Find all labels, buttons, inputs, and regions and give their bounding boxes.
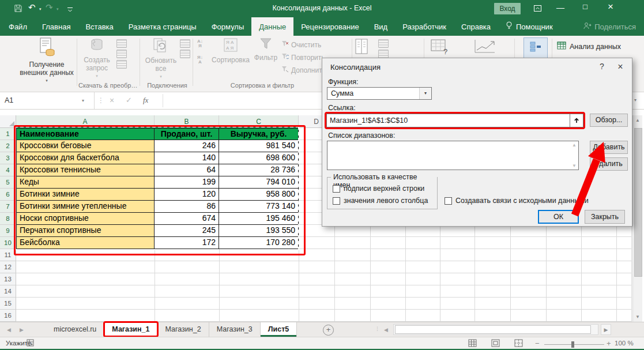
sheet-tab-5[interactable]: Лист5 [261,322,297,337]
what-if-analysis-icon[interactable]: ? [430,39,450,57]
row-header-12[interactable]: 12 [0,261,16,273]
cell-B4[interactable]: 64 [155,164,219,176]
normal-view-icon[interactable] [468,339,477,348]
page-break-view-icon[interactable] [514,339,523,348]
column-header-A[interactable]: A [16,115,155,128]
sheet-tab-2[interactable]: Магазин_1 [104,322,157,337]
expand-formula-bar-icon[interactable]: ▾ [634,97,637,103]
cell-B8[interactable]: 674 [155,213,219,225]
cell-B6[interactable]: 120 [155,189,219,201]
ribbon-tab-3[interactable]: Вставка [78,17,120,36]
hscroll-left-icon[interactable]: ◀ [384,327,388,333]
name-box-caret-icon[interactable]: ▾ [82,98,84,103]
row-header-10[interactable]: 10 [0,237,16,249]
cell-B3[interactable]: 140 [155,152,219,164]
cell-C9[interactable]: 193 550 [219,225,299,237]
range-listbox[interactable]: ▲ ▼ [327,141,579,170]
dialog-help-icon[interactable]: ? [595,62,609,71]
zoom-level[interactable]: 100 % [615,340,634,347]
checkbox-icon[interactable] [333,185,340,193]
row-header-15[interactable]: 15 [0,298,16,310]
cell-A2[interactable]: Кроссовки беговые [16,140,155,152]
ribbon-tab-9[interactable]: Разработчик [395,17,454,36]
sheet-tab-1[interactable]: microexcel.ru [46,322,104,337]
get-external-data-button[interactable]: Получение внешних данных ▾ [17,37,76,85]
data-analysis-button[interactable]: Анализ данных [557,42,621,51]
cell-A9[interactable]: Перчатки спортивные [16,225,155,237]
horizontal-scrollbar[interactable] [393,324,598,335]
cell-C5[interactable]: 794 010 [219,176,299,189]
ribbon-tab-1[interactable]: Файл [1,17,35,36]
cell-B5[interactable]: 199 [155,176,219,189]
zoom-slider-track[interactable] [544,344,604,345]
cell-C2[interactable]: 981 540 [219,140,299,152]
name-box[interactable]: A1 ▾ [0,92,95,109]
row-header-9[interactable]: 9 [0,225,16,237]
share-button[interactable]: Поделиться [583,17,636,36]
row-header-1[interactable]: 1 [0,128,16,140]
browse-button[interactable]: Обзор... [590,114,628,127]
cell-B2[interactable]: 246 [155,140,219,152]
function-dropdown[interactable]: Сумма ▾ [327,87,432,100]
zoom-slider-thumb[interactable] [571,341,574,348]
row-header-6[interactable]: 6 [0,189,16,201]
cell-B10[interactable]: 172 [155,237,219,249]
vertical-scrollbar[interactable]: ▲ ▼ [632,115,642,322]
horizontal-scroll-thumb[interactable] [395,325,591,334]
ribbon-tab-2[interactable]: Главная [35,17,78,36]
ribbon-tab-5[interactable]: Формулы [204,17,252,36]
sheet-nav-right-icon[interactable]: ▶ [20,327,24,333]
new-sheet-button[interactable]: + [323,325,334,336]
consolidate-button[interactable] [524,37,548,58]
row-header-16[interactable]: 16 [0,310,16,322]
checkbox-icon[interactable] [445,197,452,205]
cell-B7[interactable]: 86 [155,201,219,213]
ribbon-tab-10[interactable]: Справка [454,17,498,36]
row-header-7[interactable]: 7 [0,201,16,213]
row-header-4[interactable]: 4 [0,164,16,176]
cell-A7[interactable]: Ботинки зимние утепленные [16,201,155,213]
cell-A8[interactable]: Носки спортивные [16,213,155,225]
row-header-14[interactable]: 14 [0,285,16,298]
column-header-C[interactable]: C [219,115,299,128]
hscroll-right-icon[interactable]: ▶ [601,324,611,335]
flash-fill-icon[interactable] [378,39,389,48]
checkbox-icon[interactable] [333,197,340,205]
close-button[interactable]: × [601,1,620,18]
cell-C1[interactable]: Выручка, руб. [219,128,299,140]
cell-A1[interactable]: Наименование [16,128,155,140]
forecast-sheet-icon[interactable] [473,39,497,57]
cell-A4[interactable]: Кроссовки теннисные [16,164,155,176]
cell-C3[interactable]: 698 600 [219,152,299,164]
cell-C10[interactable]: 170 280 [219,237,299,249]
select-all-button[interactable] [0,115,16,128]
sheet-tab-4[interactable]: Магазин_3 [209,322,261,337]
cell-A10[interactable]: Бейсболка [16,237,155,249]
cell-B9[interactable]: 245 [155,225,219,237]
cell-C8[interactable]: 195 460 [219,213,299,225]
ribbon-tab-4[interactable]: Разметка страницы [121,17,204,36]
cell-C4[interactable]: 28 736 [219,164,299,176]
remove-duplicates-icon[interactable] [378,50,389,58]
ribbon-tab-8[interactable]: Вид [367,17,396,36]
sheet-tab-3[interactable]: Магазин_2 [158,322,209,337]
dropdown-arrow-icon[interactable]: ▾ [419,88,431,99]
row-header-3[interactable]: 3 [0,152,16,164]
dialog-close-icon[interactable]: × [613,62,627,72]
sign-in-button[interactable]: Вход [494,3,521,14]
row-header-11[interactable]: 11 [0,249,16,261]
row-header-8[interactable]: 8 [0,213,16,225]
page-layout-view-icon[interactable] [491,339,500,348]
cell-C6[interactable]: 958 800 [219,189,299,201]
scroll-down-icon[interactable]: ▼ [633,314,642,319]
zoom-out-icon[interactable]: − [535,339,540,348]
collapse-dialog-icon[interactable] [570,114,583,127]
macro-record-icon[interactable] [27,339,34,348]
ribbon-tab-7[interactable]: Рецензирование [293,17,366,36]
zoom-in-icon[interactable]: + [607,339,611,348]
cell-A3[interactable]: Кроссовки для баскетбола [16,152,155,164]
cell-B1[interactable]: Продано, шт. [155,128,219,140]
vertical-scroll-thumb[interactable] [634,128,642,277]
row-header-13[interactable]: 13 [0,273,16,285]
text-to-columns-icon[interactable] [354,39,371,57]
